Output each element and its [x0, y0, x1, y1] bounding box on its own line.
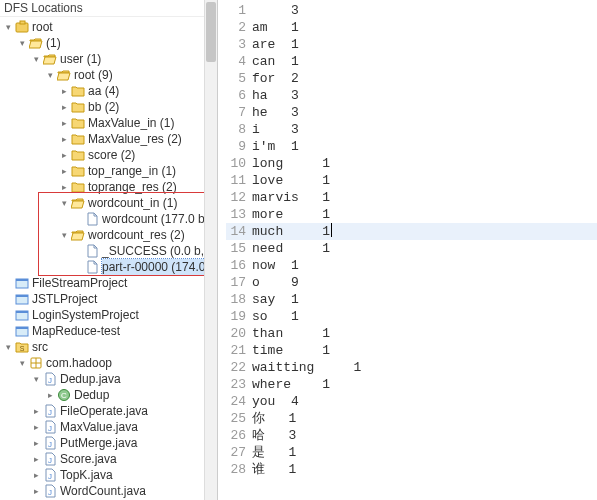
tree-node-label[interactable]: PutMerge.java	[60, 435, 137, 451]
tree-node-label[interactable]: FileOperate.java	[60, 403, 148, 419]
tree-node[interactable]: ▸_SUCCESS (0.0 b, r2)	[2, 243, 206, 259]
editor-line[interactable]: 9i'm 1	[226, 138, 597, 155]
tree-node[interactable]: ▸MapReduce-test	[2, 323, 206, 339]
line-text[interactable]: where 1	[252, 376, 330, 393]
editor-line[interactable]: 7he 3	[226, 104, 597, 121]
expand-collapse-icon[interactable]: ▸	[30, 467, 42, 483]
editor-line[interactable]: 21time 1	[226, 342, 597, 359]
line-text[interactable]: 是 1	[252, 444, 296, 461]
tree-node-label[interactable]: com.hadoop	[46, 355, 112, 371]
tree-node-label[interactable]: root	[32, 19, 53, 35]
tree-node[interactable]: ▸MaxValue_res (2)	[2, 131, 206, 147]
editor-line[interactable]: 19so 1	[226, 308, 597, 325]
tree-node-label[interactable]: part-r-00000 (174.0 b, r2)	[102, 259, 218, 275]
editor-line[interactable]: 2am 1	[226, 19, 597, 36]
editor-line[interactable]: 5for 2	[226, 70, 597, 87]
tree-node[interactable]: ▸JMaxValue.java	[2, 419, 206, 435]
editor-line[interactable]: 18say 1	[226, 291, 597, 308]
editor-line[interactable]: 28谁 1	[226, 461, 597, 478]
editor-line[interactable]: 1 3	[226, 2, 597, 19]
tree-node[interactable]: ▾Ssrc	[2, 339, 206, 355]
line-text[interactable]: you 4	[252, 393, 299, 410]
editor-line[interactable]: 11love 1	[226, 172, 597, 189]
editor-line[interactable]: 20than 1	[226, 325, 597, 342]
editor-line[interactable]: 4can 1	[226, 53, 597, 70]
tree-node-label[interactable]: root (9)	[74, 67, 113, 83]
expand-collapse-icon[interactable]: ▾	[16, 355, 28, 371]
tree-node[interactable]: ▾wordcount_res (2)	[2, 227, 206, 243]
tree-node[interactable]: ▸aa (4)	[2, 83, 206, 99]
line-text[interactable]: so 1	[252, 308, 299, 325]
line-text[interactable]: am 1	[252, 19, 299, 36]
line-text[interactable]: now 1	[252, 257, 299, 274]
line-text[interactable]: 谁 1	[252, 461, 296, 478]
expand-collapse-icon[interactable]: ▸	[58, 99, 70, 115]
tree-node[interactable]: ▸CDedup	[2, 387, 206, 403]
tree-node-label[interactable]: src	[32, 339, 48, 355]
expand-collapse-icon[interactable]: ▾	[2, 19, 14, 35]
editor-line[interactable]: 15need 1	[226, 240, 597, 257]
tree-node[interactable]: ▸JSTLProject	[2, 291, 206, 307]
tree-node[interactable]: ▸MaxValue_in (1)	[2, 115, 206, 131]
line-text[interactable]: time 1	[252, 342, 330, 359]
line-text[interactable]: 哈 3	[252, 427, 296, 444]
editor-line[interactable]: 14much 1	[226, 223, 597, 240]
tree-node-label[interactable]: aa (4)	[88, 83, 119, 99]
tree-node[interactable]: ▸JScore.java	[2, 451, 206, 467]
line-text[interactable]: o 9	[252, 274, 299, 291]
editor-line[interactable]: 24you 4	[226, 393, 597, 410]
editor-line[interactable]: 10long 1	[226, 155, 597, 172]
tree-node[interactable]: ▸wordcount (177.0 b, r2)	[2, 211, 206, 227]
expand-collapse-icon[interactable]: ▸	[30, 419, 42, 435]
tree-node[interactable]: ▸top_range_in (1)	[2, 163, 206, 179]
expand-collapse-icon[interactable]: ▸	[30, 435, 42, 451]
tree-node[interactable]: ▸LoginSystemProject	[2, 307, 206, 323]
tree-node-label[interactable]: LoginSystemProject	[32, 307, 139, 323]
line-text[interactable]: waitting 1	[252, 359, 361, 376]
tree-node[interactable]: ▾root (9)	[2, 67, 206, 83]
tree-node[interactable]: ▾root	[2, 19, 206, 35]
expand-collapse-icon[interactable]: ▾	[16, 35, 28, 51]
tree-node[interactable]: ▸JFileOperate.java	[2, 403, 206, 419]
tree-node-label[interactable]: WordCount.java	[60, 483, 146, 499]
line-text[interactable]: ha 3	[252, 87, 299, 104]
expand-collapse-icon[interactable]: ▸	[58, 147, 70, 163]
expand-collapse-icon[interactable]: ▸	[58, 115, 70, 131]
tree-node[interactable]: ▸JTopK.java	[2, 467, 206, 483]
line-text[interactable]: say 1	[252, 291, 299, 308]
tree-node-label[interactable]: JSTLProject	[32, 291, 97, 307]
tree-node[interactable]: ▾JDedup.java	[2, 371, 206, 387]
editor-line[interactable]: 6ha 3	[226, 87, 597, 104]
tree-node-label[interactable]: TopK.java	[60, 467, 113, 483]
expand-collapse-icon[interactable]: ▸	[30, 403, 42, 419]
tree-node-label[interactable]: wordcount_res (2)	[88, 227, 185, 243]
tree-node[interactable]: ▸JWordCount.java	[2, 483, 206, 499]
editor-line[interactable]: 16now 1	[226, 257, 597, 274]
line-text[interactable]: 你 1	[252, 410, 296, 427]
line-text[interactable]: much 1	[252, 223, 330, 240]
tree-node-label[interactable]: Dedup.java	[60, 371, 121, 387]
editor-line[interactable]: 8i 3	[226, 121, 597, 138]
expand-collapse-icon[interactable]: ▾	[58, 195, 70, 211]
editor-line[interactable]: 12marvis 1	[226, 189, 597, 206]
expand-collapse-icon[interactable]: ▸	[30, 451, 42, 467]
tree-node-label[interactable]: top_range_in (1)	[88, 163, 176, 179]
line-text[interactable]: i'm 1	[252, 138, 299, 155]
line-text[interactable]: 3	[252, 2, 299, 19]
line-text[interactable]: than 1	[252, 325, 330, 342]
line-text[interactable]: i 3	[252, 121, 299, 138]
expand-collapse-icon[interactable]: ▾	[44, 67, 56, 83]
expand-collapse-icon[interactable]: ▾	[58, 227, 70, 243]
expand-collapse-icon[interactable]: ▾	[2, 339, 14, 355]
tree-node[interactable]: ▸FileStreamProject	[2, 275, 206, 291]
tree-node[interactable]: ▸toprange_res (2)	[2, 179, 206, 195]
editor-line[interactable]: 3are 1	[226, 36, 597, 53]
tree-node-label[interactable]: MaxValue.java	[60, 419, 138, 435]
line-text[interactable]: love 1	[252, 172, 330, 189]
tree-node-label[interactable]: Score.java	[60, 451, 117, 467]
tree-node[interactable]: ▾user (1)	[2, 51, 206, 67]
expand-collapse-icon[interactable]: ▸	[58, 83, 70, 99]
scrollbar-vertical[interactable]	[204, 0, 217, 500]
tree-node-label[interactable]: score (2)	[88, 147, 135, 163]
expand-collapse-icon[interactable]: ▸	[44, 387, 56, 403]
